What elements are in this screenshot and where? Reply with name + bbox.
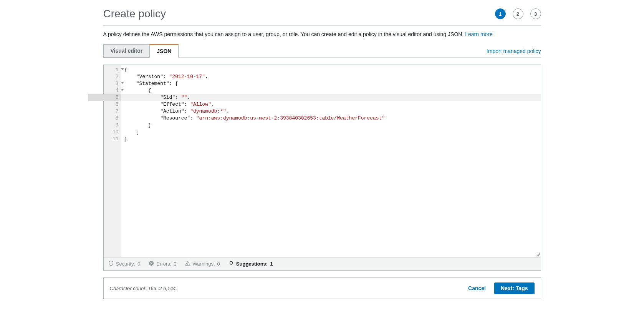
page-title: Create policy	[103, 8, 166, 20]
svg-point-2	[187, 264, 188, 265]
errors-label: Errors:	[156, 261, 171, 267]
line-number: 4	[104, 87, 119, 94]
code-line[interactable]: "Statement": [	[124, 80, 538, 87]
wizard-steps: 1 2 3	[495, 8, 541, 19]
svg-point-3	[230, 261, 232, 264]
security-label: Security:	[116, 261, 136, 267]
errors-status[interactable]: Errors: 0	[149, 261, 176, 267]
line-number: 6	[104, 101, 119, 108]
line-number: 10	[104, 129, 119, 136]
step-3[interactable]: 3	[530, 8, 541, 19]
line-number: 3	[104, 80, 119, 87]
editor-status-bar: Security: 0 Errors: 0 Warnings: 0	[104, 257, 541, 270]
security-count: 0	[137, 261, 140, 267]
shield-icon	[108, 261, 114, 267]
line-number: 1	[104, 66, 119, 73]
suggestions-count: 1	[270, 261, 273, 267]
cancel-button[interactable]: Cancel	[466, 285, 488, 292]
code-line[interactable]: "Sid": "",	[121, 94, 541, 101]
line-number: 9	[104, 122, 119, 129]
warnings-status[interactable]: Warnings: 0	[185, 261, 220, 267]
character-count: Character count: 163 of 6,144.	[110, 286, 177, 291]
code-line[interactable]: {	[124, 87, 538, 94]
warning-icon	[185, 261, 190, 267]
policy-description: A policy defines the AWS permissions tha…	[103, 31, 541, 37]
suggestions-status[interactable]: Suggestions: 1	[228, 261, 273, 267]
editor-gutter: 1234567891011	[104, 65, 121, 257]
resize-handle-icon[interactable]	[536, 253, 540, 256]
json-editor: 1234567891011 { "Version": "2012-10-17",…	[103, 65, 541, 271]
code-line[interactable]: }	[124, 136, 538, 143]
line-number: 8	[104, 115, 119, 122]
errors-count: 0	[174, 261, 176, 267]
error-icon	[149, 261, 154, 267]
security-status[interactable]: Security: 0	[108, 261, 141, 267]
line-number: 7	[104, 108, 119, 115]
tab-visual-editor[interactable]: Visual editor	[103, 44, 150, 58]
line-number: 11	[104, 136, 119, 143]
warnings-count: 0	[217, 261, 220, 267]
line-number: 2	[104, 73, 119, 80]
step-1[interactable]: 1	[495, 8, 506, 19]
code-line[interactable]: }	[124, 122, 538, 129]
code-line[interactable]: {	[124, 66, 538, 73]
code-line[interactable]: "Resource": "arn:aws:dynamodb:us-west-2:…	[124, 115, 538, 122]
code-line[interactable]: "Effect": "Allow",	[124, 101, 538, 108]
code-line[interactable]: "Version": "2012-10-17",	[124, 73, 538, 80]
next-tags-button[interactable]: Next: Tags	[494, 282, 535, 294]
warnings-label: Warnings:	[193, 261, 215, 267]
code-line[interactable]: ]	[124, 129, 538, 136]
tab-json[interactable]: JSON	[149, 44, 179, 58]
lightbulb-icon	[228, 261, 234, 267]
code-line[interactable]: "Action": "dynamodb:*",	[124, 108, 538, 115]
suggestions-label: Suggestions:	[236, 261, 268, 267]
editor-code-area[interactable]: { "Version": "2012-10-17", "Statement": …	[121, 65, 541, 257]
line-number: 5	[88, 94, 121, 101]
description-text: A policy defines the AWS permissions tha…	[103, 31, 465, 37]
import-managed-policy-link[interactable]: Import managed policy	[487, 48, 541, 57]
learn-more-link[interactable]: Learn more	[465, 31, 493, 37]
editor-tabs: Visual editor JSON	[103, 44, 179, 57]
step-2[interactable]: 2	[513, 8, 523, 19]
